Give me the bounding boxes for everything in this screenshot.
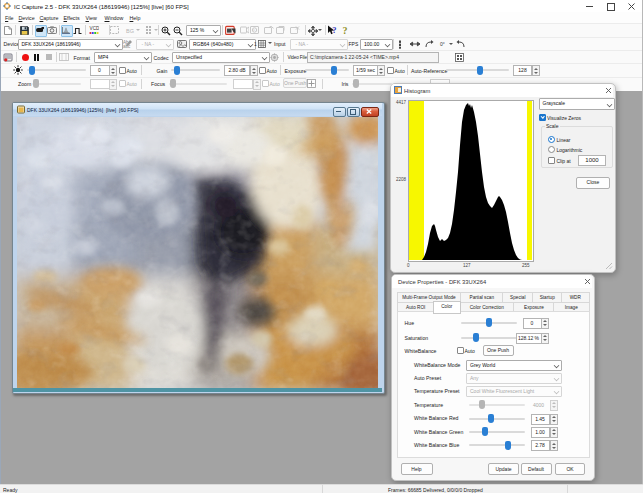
svg-text:?: ?: [342, 25, 347, 36]
svg-text:VCD: VCD: [89, 26, 98, 31]
svg-text:c: c: [253, 28, 255, 32]
svg-text:?: ?: [332, 25, 336, 35]
